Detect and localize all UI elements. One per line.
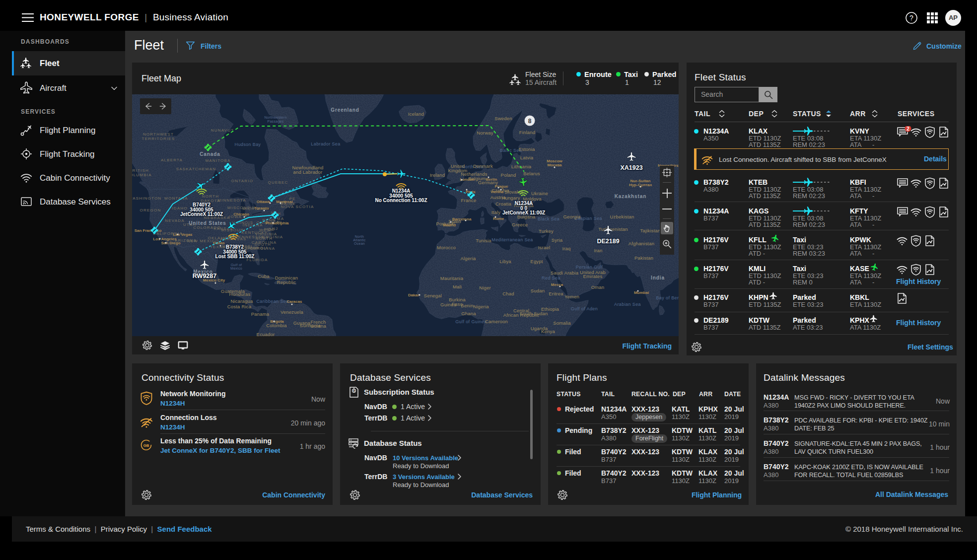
svg-text:Atlantic: Atlantic [353, 238, 366, 242]
svg-text:$: $ [353, 389, 355, 393]
svg-text:Gulf of Guinea: Gulf of Guinea [455, 319, 487, 324]
svg-text:Ecuador: Ecuador [257, 332, 275, 336]
svg-text:Benin: Benin [461, 303, 473, 308]
svg-text:Saudi Arabia: Saudi Arabia [551, 270, 579, 276]
svg-text:Berlin: Berlin [486, 177, 497, 182]
svg-text:San Diego: San Diego [161, 241, 180, 245]
svg-text:Canada: Canada [200, 151, 220, 157]
svg-text:Pakistan: Pakistan [634, 255, 653, 261]
svg-text:Greenland: Greenland [331, 107, 359, 113]
svg-text:Northwestern: Northwestern [264, 116, 286, 119]
svg-text:Costa Rica: Costa Rica [227, 304, 252, 309]
svg-text:Libya: Libya [499, 259, 511, 264]
svg-text:North: North [355, 235, 364, 238]
svg-text:Prague: Prague [494, 184, 508, 189]
svg-text:Nigeria: Nigeria [473, 304, 489, 309]
svg-text:Москва: Москва [547, 163, 562, 167]
svg-text:Oman: Oman [591, 284, 605, 290]
svg-text:Mexico: Mexico [230, 267, 242, 270]
svg-text:Kingdom: Kingdom [448, 168, 468, 173]
svg-text:Emirates: Emirates [583, 274, 602, 279]
svg-text:and Labrador: and Labrador [293, 169, 323, 175]
svg-text:Hungary: Hungary [501, 195, 520, 201]
svg-text:Las Vegas: Las Vegas [173, 232, 193, 237]
svg-text:Algeria: Algeria [461, 256, 476, 261]
svg-text:Kazakhstan: Kazakhstan [615, 194, 647, 199]
svg-text:Caribbean Sea: Caribbean Sea [256, 299, 288, 304]
svg-text:Montreal: Montreal [276, 200, 292, 204]
svg-text:Ghana: Ghana [461, 311, 476, 316]
svg-text:Georgia: Georgia [563, 214, 581, 219]
svg-text:Mecca: Mecca [551, 282, 563, 287]
svg-text:Eritrea: Eritrea [549, 291, 563, 296]
svg-text:NORTHWEST: NORTHWEST [143, 132, 174, 137]
svg-text:Tunisia: Tunisia [476, 238, 491, 243]
svg-text:ONTARIO: ONTARIO [231, 179, 253, 183]
svg-text:Senegal: Senegal [424, 293, 442, 298]
svg-text:Nicaragua: Nicaragua [230, 298, 253, 304]
svg-text:Persian Gulf: Persian Gulf [576, 265, 603, 270]
svg-text:Ireland: Ireland [430, 172, 445, 178]
svg-text:TERRITORIES: TERRITORIES [142, 137, 175, 141]
svg-text:Philadelphia: Philadelphia [265, 221, 289, 225]
svg-text:Gulf of: Gulf of [231, 263, 242, 267]
svg-text:Morocco: Morocco [437, 245, 456, 250]
svg-text:Sweden: Sweden [494, 116, 512, 121]
svg-text:COLORADO: COLORADO [193, 225, 220, 230]
svg-text:Labrador Sea: Labrador Sea [311, 141, 340, 146]
svg-text:Ocean: Ocean [354, 242, 365, 245]
svg-text:Turkey: Turkey [539, 228, 554, 234]
svg-text:Gulf of Aden: Gulf of Aden [571, 306, 598, 311]
svg-text:NEVADA: NEVADA [165, 218, 185, 223]
svg-text:NORTH: NORTH [202, 194, 219, 199]
svg-text:Republic: Republic [277, 280, 296, 285]
svg-text:MINNESOTA: MINNESOTA [217, 198, 246, 203]
svg-text:Faso: Faso [452, 301, 463, 307]
svg-text:Barcelona: Barcelona [452, 217, 472, 221]
svg-text:Iran: Iran [594, 248, 602, 253]
svg-text:India: India [651, 275, 665, 280]
svg-text:Mali: Mali [453, 284, 462, 289]
svg-text:Mediterranean Sea: Mediterranean Sea [491, 237, 533, 242]
svg-text:Caracas: Caracas [286, 299, 302, 304]
svg-text:Egypt: Egypt [530, 259, 543, 264]
svg-text:Passages: Passages [267, 120, 283, 124]
svg-text:Israel: Israel [538, 245, 550, 250]
svg-text:Mauritania: Mauritania [440, 276, 464, 281]
svg-text:8: 8 [528, 118, 532, 125]
svg-text:MANITOBA: MANITOBA [205, 158, 230, 163]
svg-text:2: 2 [907, 126, 909, 132]
svg-text:Niger: Niger [479, 285, 491, 290]
svg-text:Madrid: Madrid [443, 223, 456, 227]
svg-text:Bogota: Bogota [270, 319, 284, 324]
svg-text:Norway: Norway [477, 130, 493, 136]
svg-text:Rome: Rome [493, 216, 504, 221]
svg-text:Panama: Panama [251, 311, 270, 317]
svg-text:Turkmenistan: Turkmenistan [598, 226, 628, 232]
svg-text:GB: GB [143, 443, 149, 448]
svg-text:Greece: Greece [512, 222, 528, 227]
svg-text:BRITISH: BRITISH [132, 168, 149, 173]
svg-text:NUNAVUT: NUNAVUT [211, 128, 234, 133]
svg-text:Red Sea: Red Sea [542, 276, 560, 280]
svg-text:Uganda: Uganda [531, 326, 548, 331]
svg-text:WASHINGTON: WASHINGTON [132, 196, 161, 201]
svg-text:Guiana: Guiana [310, 323, 326, 329]
svg-text:Cuba: Cuba [258, 274, 270, 279]
svg-text:Poland: Poland [501, 172, 516, 178]
svg-text:Venezuela: Venezuela [280, 309, 304, 315]
svg-text:Hudson Bay: Hudson Bay [234, 142, 261, 147]
svg-text:Ottawa: Ottawa [257, 200, 270, 204]
svg-text:Uzbekistan: Uzbekistan [610, 214, 634, 219]
svg-text:Toronto: Toronto [254, 206, 269, 210]
svg-text:Denmark: Denmark [473, 163, 493, 169]
svg-text:ALBERTA: ALBERTA [161, 158, 183, 162]
svg-text:Belarus: Belarus [523, 171, 540, 176]
svg-text:Vienna: Vienna [490, 190, 504, 194]
svg-text:Latvia: Latvia [520, 155, 534, 160]
svg-text:Yemen: Yemen [564, 294, 579, 299]
svg-text:NJ: NJ [272, 226, 278, 231]
svg-text:?: ? [909, 14, 913, 22]
svg-text:Chicago: Chicago [233, 212, 249, 216]
svg-text:Ukraine: Ukraine [531, 191, 548, 196]
